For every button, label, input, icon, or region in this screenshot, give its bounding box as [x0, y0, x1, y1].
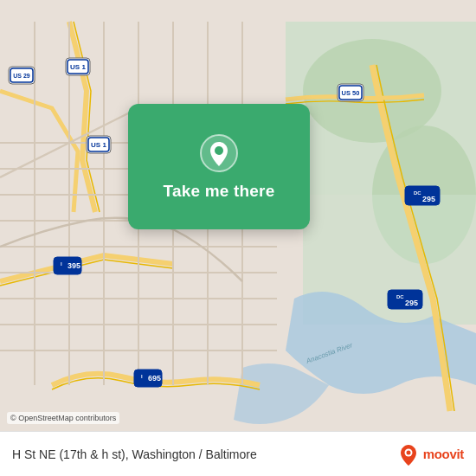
svg-point-47 [215, 146, 223, 155]
svg-text:395: 395 [68, 261, 80, 270]
svg-text:295: 295 [422, 195, 435, 203]
map-background: US 1 US 29 US 1 US 50 I 395 DC 295 DC 29… [0, 0, 476, 476]
moovit-brand-label: moovit [423, 447, 464, 461]
location-title: H St NE (17th & h st), Washington / Balt… [12, 447, 257, 461]
svg-text:US 1: US 1 [91, 141, 106, 149]
svg-text:US 29: US 29 [13, 73, 30, 79]
svg-text:DC: DC [396, 294, 404, 299]
moovit-pin-icon [397, 443, 420, 466]
svg-text:695: 695 [148, 374, 161, 383]
svg-point-49 [406, 450, 410, 454]
take-me-there-card[interactable]: Take me there [128, 104, 310, 229]
svg-text:US 1: US 1 [70, 63, 86, 71]
bottom-bar: H St NE (17th & h st), Washington / Balt… [0, 431, 476, 476]
take-me-there-button-label: Take me there [164, 182, 275, 201]
svg-text:295: 295 [405, 299, 418, 307]
moovit-logo: moovit [397, 443, 464, 466]
map-container: US 1 US 29 US 1 US 50 I 395 DC 295 DC 29… [0, 0, 476, 476]
svg-text:DC: DC [414, 190, 421, 196]
svg-text:US 50: US 50 [342, 89, 360, 97]
location-pin-icon [199, 133, 239, 173]
copyright-text: © OpenStreetMap contributors [7, 412, 119, 424]
